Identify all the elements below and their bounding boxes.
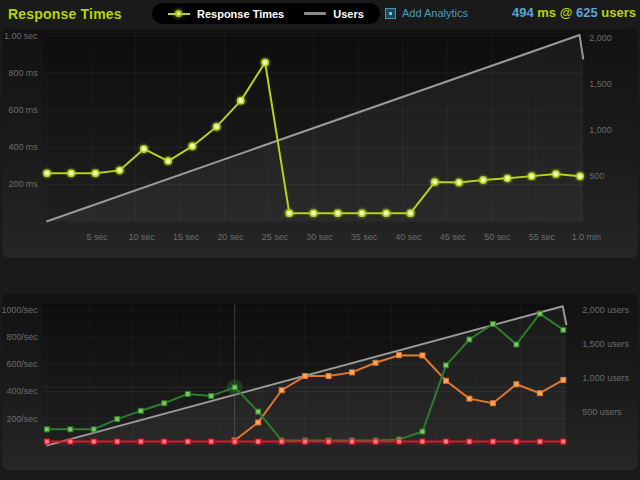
data-point-marker[interactable] (514, 382, 519, 387)
data-point-marker[interactable] (432, 179, 438, 185)
data-point-marker[interactable] (310, 210, 316, 216)
data-point-marker[interactable] (443, 439, 448, 444)
dot-line-icon (168, 9, 190, 18)
data-point-marker[interactable] (456, 179, 462, 185)
data-point-marker[interactable] (383, 210, 389, 216)
data-point-marker[interactable] (514, 439, 519, 444)
data-point-marker[interactable] (232, 439, 237, 444)
data-point-marker[interactable] (185, 439, 190, 444)
hit-rate-chart[interactable]: 200/sec400/sec600/sec800/sec1000/sec500 … (2, 293, 638, 470)
data-point-marker[interactable] (335, 210, 341, 216)
data-point-marker[interactable] (256, 420, 261, 425)
data-point-marker[interactable] (141, 146, 147, 152)
data-point-marker[interactable] (116, 167, 122, 173)
data-point-marker[interactable] (92, 170, 98, 176)
data-point-marker[interactable] (213, 123, 219, 129)
y-left-tick-label: 200/sec (6, 414, 38, 424)
data-point-marker[interactable] (537, 439, 542, 444)
page-title: Response Times (8, 6, 122, 22)
data-point-marker[interactable] (326, 439, 331, 444)
line-icon (304, 12, 326, 15)
data-point-marker[interactable] (561, 377, 566, 382)
data-point-marker[interactable] (514, 342, 519, 347)
data-point-marker[interactable] (553, 171, 559, 177)
data-point-marker[interactable] (420, 353, 425, 358)
data-point-marker[interactable] (490, 439, 495, 444)
data-point-marker[interactable] (165, 158, 171, 164)
data-point-marker[interactable] (44, 439, 49, 444)
data-point-marker[interactable] (209, 439, 214, 444)
x-axis-tick-label: 20 sec (217, 232, 244, 242)
data-point-marker[interactable] (350, 370, 355, 375)
data-point-marker[interactable] (68, 439, 73, 444)
data-point-marker[interactable] (209, 393, 214, 398)
data-point-marker[interactable] (397, 353, 402, 358)
y-left-tick-label: 1.00 sec (4, 31, 38, 41)
data-point-marker[interactable] (326, 374, 331, 379)
data-point-marker[interactable] (162, 401, 167, 406)
data-point-marker[interactable] (303, 439, 308, 444)
data-point-marker[interactable] (420, 439, 425, 444)
at-separator: @ (560, 5, 576, 20)
response-times-chart[interactable]: 200 ms400 ms600 ms800 ms1.00 sec5001,000… (2, 28, 638, 258)
data-point-marker[interactable] (480, 177, 486, 183)
y-left-tick-label: 400/sec (6, 386, 38, 396)
legend-label: Users (333, 8, 364, 20)
data-point-marker[interactable] (115, 417, 120, 422)
data-point-marker[interactable] (262, 59, 268, 65)
data-point-marker[interactable] (407, 210, 413, 216)
legend-item-users[interactable]: Users (304, 8, 364, 20)
y-right-tick-label: 500 (589, 171, 604, 181)
data-point-marker[interactable] (577, 173, 583, 179)
data-point-marker[interactable] (232, 385, 237, 390)
data-point-marker[interactable] (467, 396, 472, 401)
x-axis-tick-label: 1.0 min (572, 232, 601, 242)
users-unit: users (598, 5, 636, 20)
data-point-marker[interactable] (528, 173, 534, 179)
data-point-marker[interactable] (443, 378, 448, 383)
data-point-marker[interactable] (91, 427, 96, 432)
data-point-marker[interactable] (504, 175, 510, 181)
data-point-marker[interactable] (490, 321, 495, 326)
data-point-marker[interactable] (373, 360, 378, 365)
data-point-marker[interactable] (115, 439, 120, 444)
add-analytics-link[interactable]: Add Analytics (385, 7, 468, 19)
data-point-marker[interactable] (350, 439, 355, 444)
data-point-marker[interactable] (256, 409, 261, 414)
data-point-marker[interactable] (162, 439, 167, 444)
data-point-marker[interactable] (44, 170, 50, 176)
data-point-marker[interactable] (467, 439, 472, 444)
data-point-marker[interactable] (443, 363, 448, 368)
data-point-marker[interactable] (185, 391, 190, 396)
y-left-tick-label: 1000/sec (2, 305, 38, 315)
data-point-marker[interactable] (68, 427, 73, 432)
data-point-marker[interactable] (138, 439, 143, 444)
data-point-marker[interactable] (490, 401, 495, 406)
data-point-marker[interactable] (537, 391, 542, 396)
data-point-marker[interactable] (138, 408, 143, 413)
data-point-marker[interactable] (420, 429, 425, 434)
data-point-marker[interactable] (279, 388, 284, 393)
data-point-marker[interactable] (561, 439, 566, 444)
x-axis-tick-label: 25 sec (262, 232, 289, 242)
data-point-marker[interactable] (467, 337, 472, 342)
data-point-marker[interactable] (44, 427, 49, 432)
data-point-marker[interactable] (68, 170, 74, 176)
data-point-marker[interactable] (256, 439, 261, 444)
data-point-marker[interactable] (238, 97, 244, 103)
x-axis-tick-label: 45 sec (440, 232, 467, 242)
y-right-tick-label: 500 users (582, 407, 622, 417)
data-point-marker[interactable] (189, 143, 195, 149)
data-point-marker[interactable] (537, 311, 542, 316)
data-point-marker[interactable] (91, 439, 96, 444)
data-point-marker[interactable] (279, 439, 284, 444)
data-point-marker[interactable] (286, 210, 292, 216)
data-point-marker[interactable] (561, 327, 566, 332)
hit-rate-panel: 200/sec400/sec600/sec800/sec1000/sec500 … (2, 293, 638, 470)
data-point-marker[interactable] (359, 210, 365, 216)
data-point-marker[interactable] (303, 374, 308, 379)
legend-item-response-times[interactable]: Response Times (168, 8, 284, 20)
data-point-marker[interactable] (397, 439, 402, 444)
x-axis-tick-label: 40 sec (395, 232, 422, 242)
data-point-marker[interactable] (373, 439, 378, 444)
